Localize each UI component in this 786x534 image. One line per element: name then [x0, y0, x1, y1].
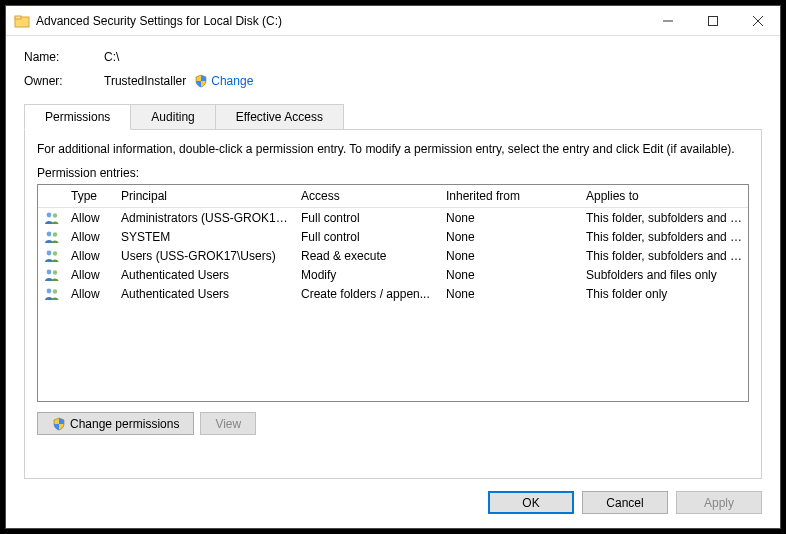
cell-type: Allow — [66, 286, 116, 302]
titlebar: Advanced Security Settings for Local Dis… — [6, 6, 780, 36]
cell-access: Full control — [296, 210, 441, 226]
svg-point-9 — [53, 232, 57, 236]
shield-icon — [52, 417, 66, 431]
grid-header: Type Principal Access Inherited from App… — [38, 185, 748, 208]
view-button[interactable]: View — [200, 412, 256, 435]
column-principal[interactable]: Principal — [116, 185, 296, 207]
cell-applies: This folder, subfolders and files — [581, 248, 748, 264]
cell-principal: Administrators (USS-GROK17\... — [116, 210, 296, 226]
column-icon[interactable] — [38, 185, 66, 207]
svg-point-8 — [47, 231, 52, 236]
name-label: Name: — [24, 50, 104, 64]
window-title: Advanced Security Settings for Local Dis… — [36, 14, 645, 28]
tab-effective-access[interactable]: Effective Access — [216, 104, 344, 130]
cell-access: Create folders / appen... — [296, 286, 441, 302]
cancel-button[interactable]: Cancel — [582, 491, 668, 514]
table-row[interactable]: AllowSYSTEMFull controlNoneThis folder, … — [38, 227, 748, 246]
users-icon — [38, 248, 66, 264]
cell-applies: Subfolders and files only — [581, 267, 748, 283]
svg-point-14 — [47, 288, 52, 293]
table-row[interactable]: AllowUsers (USS-GROK17\Users)Read & exec… — [38, 246, 748, 265]
svg-point-12 — [47, 269, 52, 274]
column-applies[interactable]: Applies to — [581, 185, 748, 207]
users-icon — [38, 267, 66, 283]
owner-value: TrustedInstaller — [104, 74, 186, 88]
column-inherited[interactable]: Inherited from — [441, 185, 581, 207]
maximize-button[interactable] — [690, 6, 735, 35]
cell-applies: This folder only — [581, 286, 748, 302]
svg-point-6 — [47, 212, 52, 217]
cell-access: Full control — [296, 229, 441, 245]
svg-point-10 — [47, 250, 52, 255]
apply-button[interactable]: Apply — [676, 491, 762, 514]
svg-point-15 — [53, 289, 57, 293]
cell-principal: SYSTEM — [116, 229, 296, 245]
grid-buttons: Change permissions View — [37, 412, 749, 435]
folder-icon — [14, 13, 30, 29]
cell-principal: Users (USS-GROK17\Users) — [116, 248, 296, 264]
change-permissions-label: Change permissions — [70, 417, 179, 431]
tab-panel-permissions: For additional information, double-click… — [24, 129, 762, 479]
svg-point-13 — [53, 270, 57, 274]
cell-access: Modify — [296, 267, 441, 283]
change-owner-link[interactable]: Change — [194, 74, 253, 88]
tab-permissions[interactable]: Permissions — [24, 104, 131, 130]
change-permissions-button[interactable]: Change permissions — [37, 412, 194, 435]
change-link-label: Change — [211, 74, 253, 88]
cell-inherited: None — [441, 248, 581, 264]
users-icon — [38, 286, 66, 302]
svg-rect-3 — [708, 16, 717, 25]
owner-label: Owner: — [24, 74, 104, 88]
info-text: For additional information, double-click… — [37, 142, 749, 156]
cell-type: Allow — [66, 267, 116, 283]
ok-button[interactable]: OK — [488, 491, 574, 514]
content-area: Name: C:\ Owner: TrustedInstaller Change… — [6, 36, 780, 479]
column-access[interactable]: Access — [296, 185, 441, 207]
cell-access: Read & execute — [296, 248, 441, 264]
cell-inherited: None — [441, 267, 581, 283]
cell-type: Allow — [66, 229, 116, 245]
tab-auditing[interactable]: Auditing — [131, 104, 215, 130]
grid-body: AllowAdministrators (USS-GROK17\...Full … — [38, 208, 748, 303]
table-row[interactable]: AllowAuthenticated UsersCreate folders /… — [38, 284, 748, 303]
users-icon — [38, 229, 66, 245]
column-type[interactable]: Type — [66, 185, 116, 207]
shield-icon — [194, 74, 208, 88]
name-row: Name: C:\ — [24, 50, 762, 64]
window-controls — [645, 6, 780, 35]
close-button[interactable] — [735, 6, 780, 35]
cell-principal: Authenticated Users — [116, 286, 296, 302]
cell-inherited: None — [441, 210, 581, 226]
name-value: C:\ — [104, 50, 119, 64]
table-row[interactable]: AllowAuthenticated UsersModifyNoneSubfol… — [38, 265, 748, 284]
cell-applies: This folder, subfolders and files — [581, 210, 748, 226]
cell-type: Allow — [66, 210, 116, 226]
cell-inherited: None — [441, 229, 581, 245]
cell-applies: This folder, subfolders and files — [581, 229, 748, 245]
cell-inherited: None — [441, 286, 581, 302]
svg-rect-1 — [15, 16, 21, 19]
dialog-footer: OK Cancel Apply — [6, 479, 780, 528]
minimize-button[interactable] — [645, 6, 690, 35]
permission-entries-grid[interactable]: Type Principal Access Inherited from App… — [37, 184, 749, 402]
tab-strip: Permissions Auditing Effective Access — [24, 104, 762, 129]
cell-principal: Authenticated Users — [116, 267, 296, 283]
table-row[interactable]: AllowAdministrators (USS-GROK17\...Full … — [38, 208, 748, 227]
cell-type: Allow — [66, 248, 116, 264]
security-dialog: Advanced Security Settings for Local Dis… — [5, 5, 781, 529]
svg-point-11 — [53, 251, 57, 255]
svg-point-7 — [53, 213, 57, 217]
owner-row: Owner: TrustedInstaller Change — [24, 74, 762, 88]
users-icon — [38, 210, 66, 226]
entries-label: Permission entries: — [37, 166, 749, 180]
